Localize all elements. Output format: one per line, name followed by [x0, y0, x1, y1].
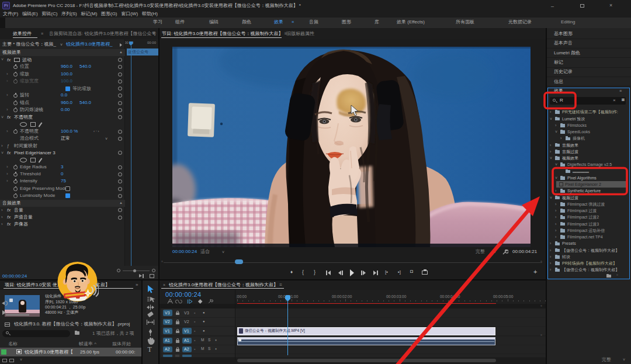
svg-text:T: T	[148, 345, 152, 353]
